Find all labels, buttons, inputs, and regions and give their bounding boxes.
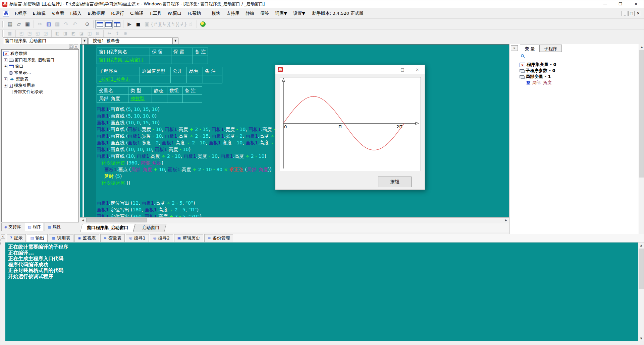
menu-item[interactable]: C.编译 xyxy=(127,9,146,18)
file-tab[interactable]: 窗口程序集_启动窗口 xyxy=(80,224,135,232)
output-scrollbar[interactable]: ▲ ▼ xyxy=(638,243,644,341)
panel-tab[interactable]: 子程序 xyxy=(539,45,562,52)
scroll-left-icon[interactable]: ◀ xyxy=(80,218,86,223)
editor-horizontal-scrollbar[interactable]: ◀ ▶ xyxy=(80,217,509,223)
panel-float-button[interactable]: □ xyxy=(69,45,73,49)
code-line[interactable]: ↓+»画板1.定位写出 (360, 画板1.高度 ÷ 2 - 5, “2Π”) xyxy=(97,213,509,217)
minimize-button[interactable]: — xyxy=(597,0,613,8)
table-cell[interactable]: 整数型 xyxy=(128,95,152,103)
make-same-width-icon[interactable]: ◫ xyxy=(86,30,94,37)
toolbar-grip[interactable] xyxy=(2,21,4,27)
space-evenly-v-icon[interactable]: ◪ xyxy=(77,30,86,37)
paste-icon[interactable]: ▦ xyxy=(53,20,62,28)
tree-item[interactable]: 常量表... xyxy=(2,70,78,76)
align-top-icon[interactable]: ◱ xyxy=(34,30,42,37)
table-cell[interactable] xyxy=(152,95,167,103)
bottom-tab[interactable]: ▤输出 xyxy=(27,234,47,242)
space-evenly-h-icon[interactable]: ◩ xyxy=(69,30,77,37)
scroll-down-icon[interactable]: ▼ xyxy=(638,336,644,341)
table-cell[interactable] xyxy=(167,95,183,103)
find-icon[interactable]: ⊙ xyxy=(83,20,92,28)
cut-icon[interactable]: ✂ xyxy=(36,20,44,28)
tree-item[interactable]: +模块引用表 xyxy=(2,82,78,89)
code-line[interactable] xyxy=(97,193,509,200)
bottom-tab[interactable]: ◉监视表 xyxy=(74,234,99,242)
step-out-icon[interactable]: {↰} xyxy=(169,20,177,28)
layout-left-panel-icon[interactable] xyxy=(95,20,104,28)
bottom-tab[interactable]: ≡备份管理 xyxy=(204,234,233,242)
expander-icon[interactable]: + xyxy=(4,84,7,87)
tree-item[interactable]: 外部文件记录表 xyxy=(2,89,78,95)
menu-item[interactable]: R.运行 xyxy=(108,9,127,18)
table-cell[interactable] xyxy=(187,75,203,83)
undo-icon[interactable]: ↶ xyxy=(70,20,79,28)
tree-item[interactable]: +资源表 xyxy=(2,76,78,82)
step-into-icon[interactable]: {↳} xyxy=(160,20,169,28)
table-cell[interactable] xyxy=(193,56,208,64)
panel-collapse-button[interactable]: » xyxy=(511,45,518,51)
variable-search[interactable] xyxy=(521,54,524,57)
menu-item[interactable]: I.插入 xyxy=(67,9,85,18)
make-same-height-icon[interactable]: ⊟ xyxy=(94,30,102,37)
maximize-button[interactable]: □ xyxy=(395,65,410,74)
tree-item[interactable]: +窗口程序集_启动窗口 xyxy=(2,57,78,63)
file-tab[interactable]: _启动窗口 xyxy=(133,224,166,232)
menu-item[interactable]: B.数据库 xyxy=(85,9,108,18)
bottom-panel-close-button[interactable]: × xyxy=(1,234,5,238)
variable-tree-item[interactable]: 局部变量 - 1 xyxy=(520,74,637,80)
table-cell[interactable] xyxy=(150,56,171,64)
toolbar-grip[interactable] xyxy=(2,30,4,37)
drag-handle[interactable] xyxy=(0,239,1,245)
run-icon[interactable]: ▶ xyxy=(125,20,134,28)
scroll-up-icon[interactable]: ▲ xyxy=(638,243,644,248)
minimize-button[interactable]: — xyxy=(380,65,395,74)
scroll-right-icon[interactable]: ▶ xyxy=(503,218,509,223)
table-cell[interactable] xyxy=(171,56,193,64)
menu-item[interactable]: T.工具 xyxy=(146,9,165,18)
menu-item[interactable]: 支持库 xyxy=(223,9,243,18)
table-cell[interactable] xyxy=(203,75,222,83)
scrollbar-thumb[interactable] xyxy=(86,218,147,222)
center-horizontal-icon[interactable]: ◧ xyxy=(53,30,61,37)
bottom-tab[interactable]: ?提示 xyxy=(7,234,26,242)
new-file-icon[interactable]: ▤ xyxy=(6,20,14,28)
maximize-button[interactable]: ❐ xyxy=(613,0,628,8)
center-vertical-icon[interactable]: ◨ xyxy=(61,30,69,37)
bottom-tab[interactable]: ▦调用表 xyxy=(49,234,73,242)
step-over-icon[interactable]: {↱} xyxy=(151,20,160,28)
bottom-tab[interactable]: ∞变量表 xyxy=(100,234,125,242)
close-button[interactable]: × xyxy=(410,65,425,74)
chevron-down-icon[interactable]: ▼ xyxy=(82,38,87,44)
tree-item-program-data[interactable]: 程序数据 xyxy=(2,51,78,57)
stop-icon[interactable]: ■ xyxy=(134,20,143,28)
form-grid-icon[interactable]: ▦ xyxy=(6,30,14,37)
panel-tab[interactable]: 变 量 xyxy=(520,45,539,52)
table-cell[interactable] xyxy=(183,95,202,103)
copy-icon[interactable]: ▥ xyxy=(44,20,53,28)
menu-item[interactable]: H.帮助 xyxy=(184,9,204,18)
mdi-restore-button[interactable]: □ xyxy=(628,11,635,16)
open-file-icon[interactable]: ▱ xyxy=(14,20,23,28)
variable-tree-item[interactable]: 子程序参数 - 0 xyxy=(520,68,637,74)
left-tab[interactable]: ◈支持库 xyxy=(1,223,24,231)
panel-close-button[interactable]: × xyxy=(74,45,78,49)
code-line[interactable]: »画板1.定位写出 (12, 画板1.高度 ÷ 2 - 5, “0”) xyxy=(97,200,509,206)
menu-item[interactable]: 词库▼ xyxy=(272,9,290,18)
align-right-icon[interactable]: ◳ xyxy=(25,30,34,37)
menu-item[interactable]: 设置▼ xyxy=(290,9,308,18)
menu-item[interactable]: F.程序 xyxy=(12,9,30,18)
menu-item[interactable]: E.编辑 xyxy=(30,9,49,18)
tree-item[interactable]: +窗口 xyxy=(2,63,78,70)
variable-tree-item[interactable]: 整局部_角度 xyxy=(520,80,637,86)
menu-item[interactable]: W.窗口 xyxy=(165,9,185,18)
menu-item[interactable]: 模块 xyxy=(209,9,223,18)
close-button[interactable]: ✕ xyxy=(628,0,644,8)
run-to-cursor-icon[interactable]: {↲} xyxy=(177,20,186,28)
align-bottom-icon[interactable]: ◲ xyxy=(42,30,50,37)
expander-icon[interactable]: + xyxy=(4,58,7,62)
fit-width-icon[interactable]: ↔ xyxy=(105,30,113,37)
run-window-button[interactable]: 按钮 xyxy=(378,177,412,187)
assistant-icon[interactable] xyxy=(199,20,207,28)
scrollbar-thumb[interactable] xyxy=(639,50,644,178)
redo-icon[interactable]: ↷ xyxy=(62,20,70,28)
